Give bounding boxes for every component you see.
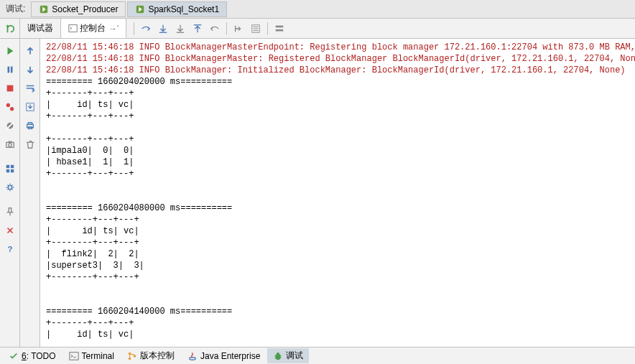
- bottom-tab-label: 调试: [286, 350, 303, 362]
- svg-rect-32: [69, 352, 78, 360]
- console-line: +--------+---+---+: [46, 214, 629, 225]
- svg-rect-21: [8, 141, 11, 143]
- trace-button[interactable]: [272, 21, 287, 37]
- console-line: [46, 283, 629, 294]
- svg-point-36: [190, 357, 196, 360]
- step-out-button[interactable]: [190, 21, 205, 37]
- rerun-icon: [5, 24, 15, 34]
- bottom-tab-label: 版本控制: [140, 350, 175, 362]
- step-into-button[interactable]: [155, 21, 171, 37]
- console-line: | flink2| 2| 2|: [46, 248, 629, 260]
- svg-rect-25: [10, 169, 13, 172]
- step-out-icon: [193, 24, 203, 34]
- run-config-icon: [39, 4, 49, 14]
- console-line: +-------+---+---+: [46, 134, 629, 145]
- close-button[interactable]: [2, 223, 18, 238]
- bottom-tab-label: Java Enterprise: [200, 351, 260, 361]
- console-tab[interactable]: 控制台 →': [61, 19, 126, 38]
- drop-frame-icon: [210, 24, 220, 34]
- settings-button[interactable]: [2, 179, 18, 195]
- help-button[interactable]: ?: [2, 241, 18, 257]
- console-line: [46, 179, 629, 191]
- svg-rect-11: [276, 29, 284, 31]
- close-icon: [5, 225, 15, 235]
- console-line: | id| ts| vc|: [46, 99, 629, 111]
- debug-run-toolbar: ?: [0, 39, 20, 347]
- console-line: +-------+---+---+: [46, 317, 629, 329]
- console-icon: [68, 24, 78, 33]
- view-breakpoints-button[interactable]: [2, 99, 18, 115]
- svg-rect-22: [6, 165, 9, 168]
- mute-breakpoints-button[interactable]: [2, 118, 18, 134]
- svg-point-15: [6, 103, 9, 107]
- scroll-up-button[interactable]: [22, 43, 38, 59]
- force-step-into-button[interactable]: [172, 21, 188, 37]
- console-line: | id| ts| vc|: [46, 225, 629, 237]
- stop-button[interactable]: [2, 80, 18, 96]
- stop-icon: [5, 83, 15, 93]
- svg-rect-2: [69, 25, 77, 32]
- evaluate-icon: [251, 24, 261, 34]
- pause-icon: [5, 65, 15, 75]
- bottom-tab-terminal[interactable]: Terminal: [63, 350, 120, 363]
- bottom-tab-debug[interactable]: 调试: [267, 348, 309, 363]
- resume-button[interactable]: [2, 43, 18, 59]
- debug-toolbar: 调试器 控制台 →': [0, 19, 635, 39]
- divider: [134, 22, 134, 35]
- console-line: |superset3| 3| 3|: [46, 260, 629, 271]
- console-line: 22/08/11 15:46:18 INFO BlockManager: Ini…: [46, 65, 629, 76]
- svg-rect-23: [10, 165, 13, 168]
- console-line: 22/08/11 15:46:18 INFO BlockManagerMaste…: [46, 42, 629, 53]
- bottom-tab-java-enterprise[interactable]: Java Enterprise: [182, 350, 266, 363]
- java-icon: [187, 351, 198, 361]
- bottom-tab-label: Terminal: [82, 351, 114, 361]
- step-over-button[interactable]: [138, 21, 154, 37]
- console-dropdown[interactable]: →': [108, 24, 119, 34]
- resume-icon: [5, 46, 15, 56]
- print-button[interactable]: [22, 118, 38, 134]
- run-to-cursor-icon: [233, 24, 244, 34]
- svg-point-34: [129, 357, 131, 360]
- scroll-down-button[interactable]: [22, 62, 38, 78]
- run-to-cursor-button[interactable]: [231, 21, 246, 37]
- divider: [226, 22, 227, 35]
- console-line: +-------+---+---+: [46, 88, 629, 99]
- debugger-tab[interactable]: 调试器: [20, 19, 61, 38]
- console-line: +--------+---+---+: [46, 271, 629, 283]
- pin-icon: [5, 207, 15, 217]
- console-line: [46, 191, 629, 202]
- drop-frame-button[interactable]: [207, 21, 223, 37]
- tab-label: Socket_Producer: [52, 4, 118, 14]
- console-line: +-------+---+---+: [46, 168, 629, 179]
- console-output[interactable]: 22/08/11 15:46:18 INFO BlockManagerMaste…: [40, 39, 635, 347]
- layout-button[interactable]: [2, 161, 18, 177]
- trace-icon: [274, 24, 284, 34]
- console-line: [46, 294, 629, 306]
- console-line: | hbase1| 1| 1|: [46, 157, 629, 168]
- svg-rect-30: [28, 123, 32, 125]
- pause-button[interactable]: [2, 62, 18, 78]
- dump-button[interactable]: [2, 136, 18, 152]
- debugger-tab-label: 调试器: [27, 22, 53, 34]
- camera-icon: [5, 139, 15, 149]
- tab-sparksql-socket1[interactable]: SparkSql_Socket1: [127, 1, 227, 17]
- rerun-button[interactable]: [0, 19, 20, 38]
- scroll-to-end-button[interactable]: [22, 99, 38, 115]
- clear-button[interactable]: [22, 136, 38, 152]
- console-line: |impala0| 0| 0|: [46, 145, 629, 157]
- layout-icon: [5, 164, 15, 174]
- todo-icon: [9, 351, 19, 361]
- pin-button[interactable]: [2, 204, 18, 220]
- divider: [267, 22, 268, 35]
- evaluate-button[interactable]: [248, 21, 264, 37]
- svg-point-38: [277, 352, 280, 355]
- soft-wrap-button[interactable]: [22, 80, 38, 96]
- bottom-status-bar: 6: TODO Terminal 版本控制 Java Enterprise 调试: [0, 347, 635, 364]
- console-line: ========= 1660204020000 ms==========: [46, 76, 629, 88]
- console-line: ========= 1660204080000 ms==========: [46, 202, 629, 214]
- bottom-tab-vcs[interactable]: 版本控制: [121, 348, 180, 363]
- mute-icon: [5, 121, 15, 131]
- tab-socket-producer[interactable]: Socket_Producer: [31, 1, 126, 17]
- svg-rect-24: [6, 169, 9, 172]
- bottom-tab-todo[interactable]: 6: TODO: [3, 350, 62, 363]
